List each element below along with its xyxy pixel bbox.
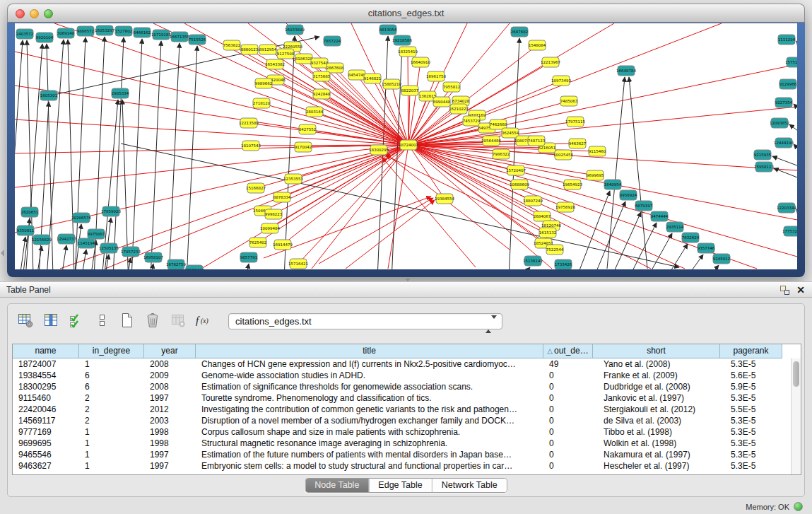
table-cell[interactable]: de Silva et al. (2003)	[593, 415, 720, 426]
table-cell[interactable]: Embryonic stem cells: a model to study s…	[196, 460, 543, 472]
table-cell[interactable]: 2	[79, 392, 144, 404]
table-cell[interactable]: 2	[79, 415, 144, 426]
table-cell[interactable]: Changes of HCN gene expression and I(f) …	[196, 358, 543, 370]
table-row[interactable]: 1938455462009Genome-wide association stu…	[13, 370, 791, 381]
table-cell[interactable]: 1997	[144, 392, 196, 404]
close-window-icon[interactable]	[16, 9, 25, 18]
table-row[interactable]: 911546021997Tourette syndrome. Phenomeno…	[13, 392, 791, 404]
table-cell[interactable]: 2008	[144, 381, 196, 392]
table-cell[interactable]: 5.3E-5	[720, 460, 782, 472]
table-row[interactable]: 946362711997Embryonic stem cells: a mode…	[13, 460, 791, 472]
table-cell[interactable]: Dudbridge et al. (2008)	[593, 381, 720, 392]
column-header-indegree[interactable]: in_degree	[79, 344, 144, 358]
tab-edge-table[interactable]: Edge Table	[368, 479, 431, 492]
table-cell[interactable]: 14569117	[13, 415, 79, 426]
graph-edge[interactable]	[408, 145, 565, 207]
table-cell[interactable]: Corpus callosum shape and size in male p…	[196, 426, 543, 438]
graph-edge[interactable]	[604, 223, 657, 269]
scrollbar-thumb[interactable]	[793, 361, 799, 387]
table-cell[interactable]: Disruption of a novel member of a sodium…	[196, 415, 543, 426]
function-builder-icon[interactable]: f (x)	[193, 310, 214, 332]
table-cell[interactable]: 22420046	[13, 404, 79, 415]
table-cell[interactable]: 2012	[144, 404, 196, 415]
minimize-window-icon[interactable]	[30, 9, 39, 18]
table-cell[interactable]: 49	[543, 358, 593, 370]
table-cell[interactable]: 5.3E-5	[720, 426, 782, 438]
graph-edge[interactable]	[789, 124, 797, 137]
table-cell[interactable]: 1	[79, 449, 144, 460]
graph-edge[interactable]	[796, 41, 797, 54]
table-cell[interactable]: 1997	[144, 449, 196, 460]
table-cell[interactable]: 1	[79, 460, 144, 472]
graph-edge[interactable]	[478, 267, 530, 269]
graph-edge[interactable]	[573, 201, 625, 269]
graph-edge[interactable]	[319, 198, 433, 264]
table-cell[interactable]: 9115460	[13, 392, 79, 404]
graph-edge[interactable]	[15, 237, 25, 269]
table-cell[interactable]: 1998	[144, 426, 196, 438]
table-cell[interactable]: 0	[543, 381, 593, 392]
table-cell[interactable]: 0	[543, 438, 593, 449]
graph-edge[interactable]	[118, 258, 131, 269]
table-cell[interactable]: 5.5E-5	[720, 404, 782, 415]
delete-icon[interactable]	[142, 310, 163, 332]
table-cell[interactable]: 2	[79, 404, 144, 415]
table-cell[interactable]: Tourette syndrome. Phenomenology and cla…	[196, 392, 543, 404]
table-cell[interactable]: 5.3E-5	[720, 392, 782, 404]
table-cell[interactable]: 0	[543, 415, 593, 426]
graph-edge[interactable]	[629, 77, 647, 269]
graph-edge[interactable]	[408, 145, 797, 257]
column-header-outde[interactable]: △out_de…	[543, 344, 593, 358]
table-cell[interactable]: 5.3E-5	[720, 358, 782, 370]
graph-edge[interactable]	[96, 255, 109, 269]
table-cell[interactable]: 5.3E-5	[720, 449, 782, 460]
memory-status-icon[interactable]	[794, 502, 803, 511]
table-row[interactable]: 946554611997Estimation of the future num…	[13, 449, 791, 460]
table-cell[interactable]: Hescheler et al. (1997)	[593, 460, 720, 472]
graph-edge[interactable]	[264, 83, 408, 145]
graph-edge[interactable]	[772, 156, 797, 169]
table-cell[interactable]: Structural magnetic resonance image aver…	[196, 438, 543, 449]
table-cell[interactable]: 9463627	[13, 460, 79, 472]
table-cell[interactable]: 18724007	[13, 358, 79, 370]
column-header-pagerank[interactable]: pagerank	[720, 344, 782, 358]
vertical-scrollbar[interactable]	[791, 358, 801, 474]
table-cell[interactable]: Nakamura et al. (1997)	[593, 449, 720, 460]
table-cell[interactable]: 6	[79, 381, 144, 392]
table-cell[interactable]: Genome-wide association studies in ADHD.	[196, 370, 543, 381]
table-cell[interactable]: 6	[79, 370, 144, 381]
graph-edge[interactable]	[408, 145, 651, 269]
column-header-year[interactable]: year	[144, 344, 196, 358]
table-cell[interactable]: 9465546	[13, 449, 79, 460]
graph-edge[interactable]	[794, 144, 797, 157]
table-cell[interactable]: 1997	[144, 460, 196, 472]
table-cell[interactable]: Estimation of the future numbers of pati…	[196, 449, 543, 460]
graph-edge[interactable]	[607, 77, 625, 269]
new-table-icon[interactable]	[117, 310, 138, 332]
tab-network-table[interactable]: Network Table	[432, 479, 507, 492]
table-cell[interactable]: 2003	[144, 415, 196, 426]
table-cell[interactable]: 18300295	[13, 381, 79, 392]
select-all-icon[interactable]	[66, 310, 87, 332]
table-cell[interactable]: 5.9E-5	[720, 381, 782, 392]
column-chooser-icon[interactable]	[40, 310, 61, 332]
graph-edge[interactable]	[15, 119, 408, 145]
control-panel-collapse-handle[interactable]	[1, 250, 4, 257]
table-row[interactable]: 1830029562008Estimation of significance …	[13, 381, 791, 392]
citation-network-graph[interactable]: 1872400718300295240357289201043069140988…	[15, 23, 797, 269]
column-header-title[interactable]: title	[196, 344, 543, 358]
table-cell[interactable]: 0	[543, 404, 593, 415]
graph-edge[interactable]	[282, 36, 295, 269]
table-row[interactable]: 969969511998Structural magnetic resonanc…	[13, 438, 791, 449]
table-settings-icon[interactable]	[15, 310, 36, 332]
graph-edge[interactable]	[261, 103, 408, 145]
table-cell[interactable]: 1	[79, 438, 144, 449]
network-canvas[interactable]: 1872400718300295240357289201043069140988…	[15, 23, 797, 269]
table-row[interactable]: 1456911722003Disruption of a novel membe…	[13, 415, 791, 426]
table-row[interactable]: 2242004622012Investigating the contribut…	[13, 404, 791, 415]
graph-edge[interactable]	[283, 145, 408, 245]
table-cell[interactable]: 0	[543, 449, 593, 460]
column-header-name[interactable]: name	[13, 344, 79, 358]
table-cell[interactable]: 0	[543, 426, 593, 438]
table-cell[interactable]: 5.3E-5	[720, 415, 782, 426]
